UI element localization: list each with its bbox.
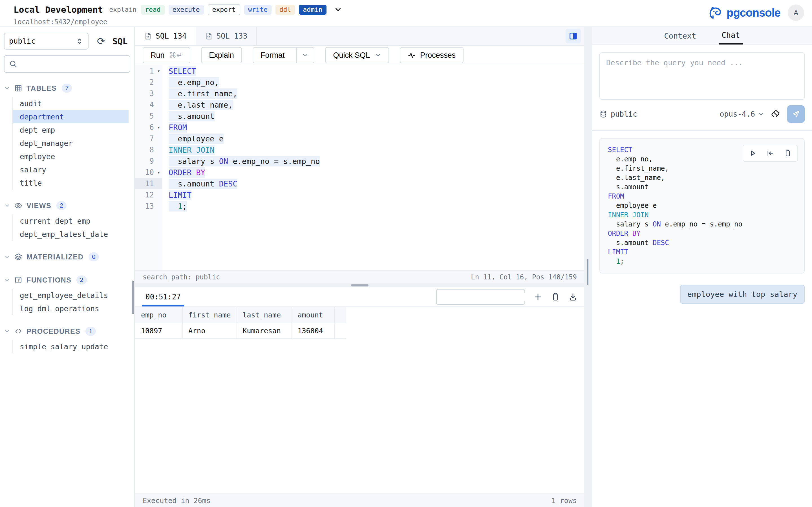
badge-explain[interactable]: explain	[109, 5, 137, 15]
section-header-procedures[interactable]: PROCEDURES1	[4, 324, 130, 338]
send-button[interactable]	[787, 105, 805, 123]
line-number: 8	[135, 144, 162, 156]
section-header-tables[interactable]: TABLES7	[4, 81, 130, 95]
section-title: FUNCTIONS	[27, 276, 71, 284]
quick-sql-label: Quick SQL	[333, 51, 370, 60]
insert-into-editor-button[interactable]	[766, 149, 774, 157]
sql-mode-label[interactable]: SQL	[112, 36, 128, 46]
clear-chat-button[interactable]	[771, 109, 780, 119]
split-view-button[interactable]	[566, 29, 581, 43]
fold-toggle-icon[interactable]: ▾	[157, 68, 160, 74]
tab-chat[interactable]: Chat	[719, 27, 743, 45]
results-search-input[interactable]	[444, 293, 530, 301]
sidebar-item-log_dml_operations[interactable]: log_dml_operations	[13, 302, 129, 315]
column-header-last_name[interactable]: last_name	[237, 307, 292, 323]
code-line: employee e	[162, 134, 223, 143]
schema-select[interactable]: public	[4, 33, 89, 50]
result-tab[interactable]: 00:51:27	[142, 287, 184, 306]
fold-toggle-icon[interactable]: ▾	[157, 170, 160, 175]
badge-write[interactable]: write	[244, 5, 271, 15]
code-line: SELECT	[162, 67, 196, 75]
tab-sql-134[interactable]: SQL 134	[135, 27, 196, 45]
editor-results-splitter[interactable]	[135, 283, 584, 287]
sidebar-search[interactable]	[4, 55, 130, 73]
section-header-materialized[interactable]: MATERIALIZED0	[4, 250, 130, 264]
model-select[interactable]: opus-4.6	[720, 110, 764, 118]
chevron-down-icon	[4, 85, 10, 91]
sql-editor[interactable]: 1▾SELECT2 e.emp_no,3 e.first_name,4 e.la…	[135, 65, 584, 270]
line-number: 10▾	[135, 167, 162, 178]
section-header-functions[interactable]: fFUNCTIONS2	[4, 273, 130, 287]
code-line: e.first_name,	[162, 89, 238, 98]
section-header-views[interactable]: VIEWS2	[4, 199, 130, 213]
assistant-tabbar: Context Chat	[592, 27, 812, 45]
sidebar-item-current_dept_emp[interactable]: current_dept_emp	[13, 214, 129, 228]
run-button[interactable]: Run ⌘↵	[143, 47, 190, 63]
tab-label: SQL 134	[156, 32, 187, 40]
badge-export[interactable]: export	[208, 4, 240, 15]
run-snippet-button[interactable]	[749, 149, 757, 157]
results-grid: emp_nofirst_namelast_nameamount10897Arno…	[135, 307, 584, 494]
line-number: 1▾	[135, 65, 162, 76]
processes-button[interactable]: Processes	[400, 47, 463, 63]
chevron-down-icon	[4, 254, 10, 260]
table-row[interactable]: 10897ArnoKumaresan136004	[135, 323, 346, 339]
sidebar-scrollbar-thumb[interactable]	[132, 281, 134, 314]
pgconsole-logo: pgconsole	[707, 4, 780, 21]
badge-admin[interactable]: admin	[299, 5, 326, 15]
splitter-handle[interactable]	[351, 284, 368, 286]
table-cell: Arno	[183, 323, 237, 339]
sidebar-item-dept_emp[interactable]: dept_emp	[13, 123, 129, 136]
editor-line-7: 7 employee e	[135, 133, 584, 144]
format-chevron-down-icon[interactable]	[296, 48, 314, 63]
badge-read[interactable]: read	[141, 5, 164, 15]
database-icon	[599, 110, 607, 118]
context-schema: public	[599, 110, 637, 118]
sidebar-item-employee[interactable]: employee	[13, 150, 129, 163]
badge-ddl[interactable]: ddl	[275, 5, 295, 15]
chat-prompt-input[interactable]	[599, 52, 805, 100]
tab-context[interactable]: Context	[661, 27, 699, 45]
sidebar-search-input[interactable]	[21, 60, 125, 68]
sidebar-item-title[interactable]: title	[13, 176, 129, 189]
download-results-button[interactable]	[568, 292, 577, 301]
column-header-amount[interactable]: amount	[292, 307, 335, 323]
panel-divider-handle[interactable]	[587, 259, 589, 285]
add-result-tab-button[interactable]	[534, 292, 543, 301]
quick-sql-button[interactable]: Quick SQL	[325, 47, 389, 63]
fold-toggle-icon[interactable]: ▾	[157, 124, 160, 130]
tab-sql-133[interactable]: SQL 133	[196, 27, 257, 45]
clipboard-icon	[784, 149, 792, 157]
copy-snippet-button[interactable]	[784, 149, 792, 157]
column-header-first_name[interactable]: first_name	[183, 307, 237, 323]
line-number: 12	[135, 189, 162, 201]
function-icon: f	[14, 276, 22, 284]
sidebar-item-simple_salary_update[interactable]: simple_salary_update	[13, 340, 129, 353]
connection-chevron-down-icon[interactable]	[334, 5, 342, 14]
format-button[interactable]: Format	[253, 47, 315, 63]
connection-title: Local Development	[13, 4, 103, 15]
sidebar-item-dept_emp_latest_date[interactable]: dept_emp_latest_date	[13, 228, 129, 241]
sidebar-item-get_employee_details[interactable]: get_employee_details	[13, 289, 129, 302]
refresh-icon[interactable]: ⟳	[97, 36, 105, 46]
section-count-badge: 2	[77, 276, 87, 284]
query-toolbar: Run ⌘↵ Explain Format Quick SQL Proce	[135, 46, 584, 65]
sidebar-item-salary[interactable]: salary	[13, 163, 129, 176]
table-grid-icon	[14, 84, 22, 93]
chevron-down-icon	[4, 328, 10, 334]
explain-button[interactable]: Explain	[201, 47, 242, 63]
user-avatar[interactable]: A	[788, 4, 804, 21]
badge-execute[interactable]: execute	[168, 5, 204, 15]
copy-results-button[interactable]	[551, 292, 560, 301]
sidebar-item-audit[interactable]: audit	[13, 97, 129, 110]
sidebar-item-department[interactable]: department	[13, 110, 129, 123]
results-search[interactable]	[436, 289, 525, 305]
column-header-emp_no[interactable]: emp_no	[135, 307, 183, 323]
sidebar-item-dept_manager[interactable]: dept_manager	[13, 136, 129, 150]
sidebar-section-materialized: MATERIALIZED0	[4, 250, 130, 264]
editor-line-9: 9 salary s ON e.emp_no = s.emp_no	[135, 156, 584, 167]
code-line: 1;	[162, 202, 187, 211]
editor-statusbar: search_path: public Ln 11, Col 16, Pos 1…	[135, 270, 584, 283]
search-path-status: search_path: public	[143, 273, 220, 281]
eye-icon	[14, 202, 22, 210]
